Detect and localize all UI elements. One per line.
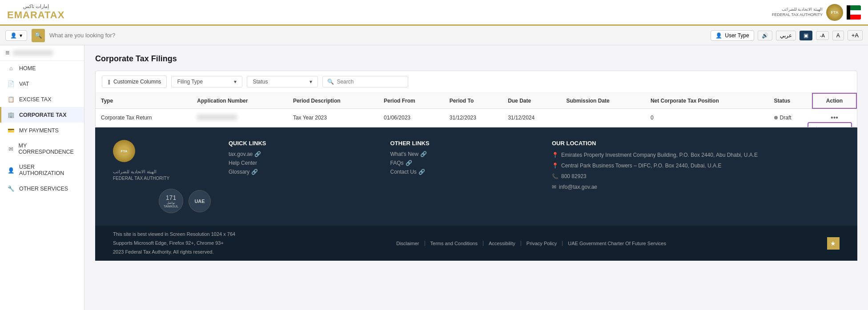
- footer-link-glossary[interactable]: Glossary 🔗: [229, 169, 373, 175]
- cell-submission-date: [561, 108, 645, 127]
- arabic-button[interactable]: عربي: [776, 31, 796, 40]
- theme-button[interactable]: ▣: [800, 31, 812, 40]
- sidebar-item-user-authorization[interactable]: 👤 USER AUTHORIZATION: [0, 159, 84, 181]
- font-normal-button[interactable]: A: [832, 31, 844, 40]
- table-row: Corporate Tax Return Tax Year 2023 01/06…: [96, 108, 856, 127]
- cell-status: Draft: [769, 108, 812, 127]
- footer-fta-arabic: الهيئة الاتحادية للضرائب: [113, 168, 211, 175]
- footer-link-disclaimer[interactable]: Disclaimer: [391, 241, 425, 246]
- col-period-description: Period Description: [288, 93, 378, 108]
- footer-link-terms[interactable]: Terms and Conditions: [425, 241, 483, 246]
- hamburger-menu[interactable]: ≡: [5, 49, 9, 57]
- external-link-icon: 🔗: [254, 151, 261, 157]
- font-increase-button[interactable]: +A: [848, 30, 863, 40]
- cell-period-to: 31/12/2023: [444, 108, 502, 127]
- table-search-icon: 🔍: [327, 79, 334, 85]
- status-filter[interactable]: Status ▾: [247, 76, 318, 87]
- footer-link-help-center-label: Help Center: [229, 160, 257, 166]
- user-dropdown-arrow: ▾: [20, 32, 22, 39]
- sidebar-item-corporate-tax[interactable]: 🏢 CORPORATE TAX: [0, 107, 84, 123]
- cell-due-date: 31/12/2024: [502, 108, 561, 127]
- cell-period-from: 01/06/2023: [378, 108, 444, 127]
- sidebar-item-my-correspondence[interactable]: ✉ MY CORRESPONDENCE: [0, 138, 84, 159]
- table-search-field[interactable]: 🔍: [322, 76, 408, 87]
- font-decrease-button[interactable]: -A: [816, 31, 829, 40]
- footer-fta-english: FEDERAL TAX AUTHORITY: [113, 175, 211, 182]
- sidebar-item-my-payments[interactable]: 💳 MY PAYMENTS: [0, 123, 84, 138]
- col-period-from: Period From: [378, 93, 444, 108]
- email-text: info@tax.gov.ae: [559, 183, 597, 191]
- footer-link-faqs[interactable]: FAQs 🔗: [390, 160, 534, 166]
- sidebar-item-excise-tax[interactable]: 📋 EXCISE TAX: [0, 91, 84, 107]
- other-services-icon: 🔧: [8, 185, 15, 192]
- footer-our-location: OUR LOCATION 📍 Emirates Property Investm…: [552, 140, 840, 213]
- copyright-text: 2023 Federal Tax Authority. All rights r…: [113, 248, 235, 257]
- fta-emblem-icon: FTA: [826, 4, 843, 21]
- favorites-button[interactable]: ★: [827, 237, 840, 250]
- edit-icon: ✏️: [815, 127, 822, 127]
- user-icon[interactable]: 👤 ▾: [5, 30, 27, 41]
- location-phone: 📞 800 82923: [552, 172, 840, 180]
- footer-link-accessibility[interactable]: Accessibility: [483, 241, 521, 246]
- logo-section: إمارات تاكس EMARATAX: [7, 4, 64, 21]
- action-menu-button[interactable]: •••: [827, 113, 842, 123]
- footer-link-contact-us-label: Contact Us: [390, 169, 417, 175]
- customize-columns-button[interactable]: ⫿ Customize Columns: [102, 76, 167, 88]
- table-search-input[interactable]: [337, 79, 403, 85]
- table-toolbar: ⫿ Customize Columns Filing Type ▾ Status…: [96, 71, 857, 93]
- user-type-label: User Type: [725, 32, 749, 39]
- location-address2: 📍 Central Park Business Towers – DIFC, P…: [552, 162, 840, 170]
- status-draft-badge: Draft: [774, 115, 807, 121]
- sidebar-label-vat: VAT: [19, 81, 29, 87]
- draft-dot-icon: [774, 116, 778, 119]
- footer-link-privacy[interactable]: Privacy Policy: [521, 241, 563, 246]
- footer-link-tax-gov[interactable]: tax.gov.ae 🔗: [229, 151, 373, 157]
- tawasul-logo: 171 تواصل TAWASUL: [159, 189, 183, 213]
- footer-link-faqs-label: FAQs: [390, 160, 404, 166]
- filings-table: Type Application Number Period Descripti…: [96, 93, 857, 127]
- col-due-date: Due Date: [502, 93, 561, 108]
- col-type: Type: [96, 93, 192, 108]
- footer-link-uae-charter[interactable]: UAE Government Charter Of Future Service…: [563, 241, 671, 246]
- faqs-icon: 🔗: [406, 160, 412, 166]
- audio-button[interactable]: 🔊: [758, 31, 772, 40]
- col-net-position: Net Corporate Tax Position: [645, 93, 769, 108]
- filing-type-filter[interactable]: Filing Type ▾: [171, 76, 242, 87]
- footer-link-glossary-label: Glossary: [229, 169, 249, 175]
- search-button[interactable]: 🔍: [32, 29, 45, 42]
- content-area: Corporate Tax Filings ⫿ Customize Column…: [84, 45, 868, 310]
- logo-e: E: [7, 9, 14, 20]
- edit-label: Edit: [825, 127, 835, 127]
- resolution-note: This site is best viewed in Screen Resol…: [113, 230, 235, 239]
- footer-bottom: This site is best viewed in Screen Resol…: [95, 226, 857, 261]
- status-label: Status: [253, 79, 268, 85]
- top-header: إمارات تاكس EMARATAX الهيئة الاتحادية لل…: [0, 0, 868, 26]
- search-input[interactable]: [49, 32, 706, 39]
- footer-link-tax-gov-label: tax.gov.ae: [229, 151, 253, 157]
- sidebar-item-home[interactable]: ⌂ HOME: [0, 61, 84, 76]
- email-icon: ✉: [552, 183, 556, 191]
- user-auth-icon: 👤: [8, 167, 15, 174]
- location-address2-text: Central Park Business Towers – DIFC, P.O…: [561, 162, 721, 170]
- uae-flag-icon: [847, 5, 861, 20]
- footer-main: FTA الهيئة الاتحادية للضرائب FEDERAL TAX…: [95, 127, 857, 226]
- sidebar-item-vat[interactable]: 📄 VAT: [0, 76, 84, 91]
- footer-link-whats-new[interactable]: What's New 🔗: [390, 151, 534, 157]
- location-pin-icon1: 📍: [552, 151, 559, 159]
- sidebar-item-other-services[interactable]: 🔧 OTHER SERVICES: [0, 181, 84, 196]
- sidebar-nav: ⌂ HOME 📄 VAT 📋 EXCISE TAX 🏢 CORPORATE TA…: [0, 61, 84, 310]
- footer-link-help-center[interactable]: Help Center: [229, 160, 373, 166]
- sidebar-label-my-correspondence: MY CORRESPONDENCE: [19, 143, 78, 155]
- status-chevron: ▾: [309, 79, 312, 85]
- uae-badge-icon: UAE: [189, 190, 211, 212]
- search-bar: 👤 ▾ 🔍 👤 User Type 🔊 عربي ▣ -A A +A: [0, 26, 868, 45]
- col-action: Action: [812, 93, 856, 108]
- footer-link-contact-us[interactable]: Contact Us 🔗: [390, 169, 534, 175]
- home-icon: ⌂: [8, 65, 15, 72]
- location-address1: 📍 Emirates Property Investment Company B…: [552, 151, 840, 159]
- user-type-button[interactable]: 👤 User Type: [711, 30, 754, 41]
- cell-action: ••• ✏️ Edit 🗑️: [812, 108, 856, 127]
- sidebar-label-my-payments: MY PAYMENTS: [19, 127, 59, 134]
- context-menu-edit[interactable]: ✏️ Edit: [808, 123, 851, 127]
- sidebar-top: ≡: [0, 45, 84, 61]
